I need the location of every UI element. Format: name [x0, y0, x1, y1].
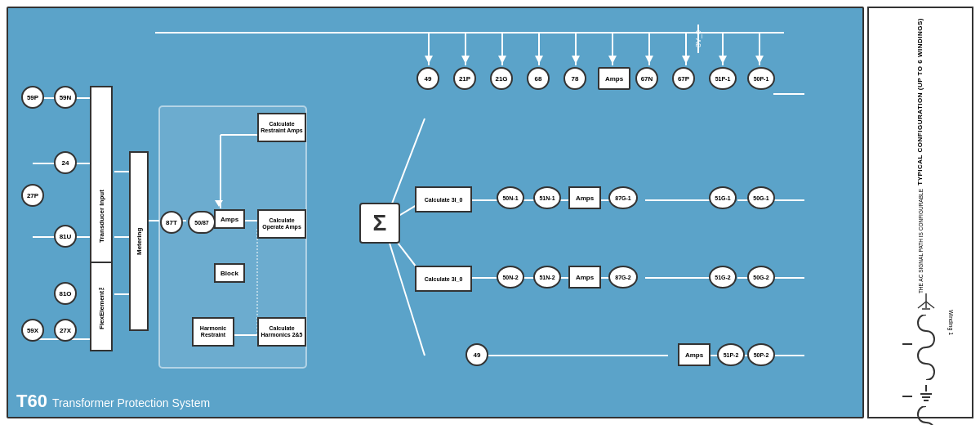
node-78: 78 [564, 67, 586, 90]
amps-row3-box: Amps [568, 266, 601, 289]
svg-marker-21 [755, 56, 764, 64]
calc-3i0-row2: Calculate 3I_0 [415, 186, 472, 212]
metering-label: Metering [136, 227, 143, 254]
svg-marker-19 [682, 56, 690, 64]
right-panel-subtitle: THE AC SIGNAL PATH IS CONFIGURABLE [918, 189, 924, 293]
transformer-diagram: Winding 1 Winding 2 [902, 293, 938, 425]
w1-bot-line [902, 396, 912, 397]
svg-marker-20 [719, 56, 727, 64]
winding2-coils [916, 406, 936, 425]
node-81u: 81U [54, 225, 77, 248]
node-50g1: 50G-1 [747, 186, 775, 209]
node-87g1: 87G-1 [608, 186, 638, 209]
node-51p1: 51P-1 [709, 67, 737, 90]
node-51g1: 51G-1 [709, 186, 737, 209]
3v0-label: 3V_0 [694, 30, 702, 47]
wye-top-svg [914, 293, 938, 310]
main-container: T60 Transformer Protection System [0, 0, 980, 425]
title-bar: T60 Transformer Protection System [16, 391, 210, 412]
right-panel-title: TYPICAL CONFIGURATION (UP TO 6 WINDINGS) [915, 18, 924, 186]
coil1-svg [916, 315, 936, 380]
svg-marker-16 [572, 56, 580, 64]
winding1-label: Winding 1 [948, 310, 954, 335]
node-27p: 27P [21, 184, 44, 207]
left-connections [902, 329, 912, 425]
node-50n2: 50N-2 [497, 266, 524, 289]
node-27x: 27X [54, 319, 77, 342]
flexelement-box: FlexElement™ [90, 262, 113, 351]
calc-operate-box: Calculate Operate Amps [257, 209, 306, 239]
node-21p: 21P [453, 67, 476, 90]
node-24: 24 [54, 151, 77, 174]
coil-area: Winding 1 Winding 2 [914, 293, 938, 425]
amps-top-box: Amps [598, 67, 630, 90]
harmonic-restraint-box: Harmonic Restraint [192, 317, 234, 347]
node-top-49: 49 [416, 67, 439, 90]
node-87t: 87T [160, 211, 183, 234]
node-50p2: 50P-2 [747, 343, 775, 366]
svg-line-69 [918, 302, 926, 308]
amps-row4-box: Amps [678, 343, 710, 366]
svg-line-70 [926, 302, 934, 308]
winding1-coils [916, 315, 936, 380]
block-box: Block [214, 263, 245, 283]
svg-marker-12 [425, 56, 433, 64]
amps-row2-box: Amps [568, 186, 601, 209]
svg-marker-13 [461, 56, 470, 64]
sigma-box: Σ [359, 203, 400, 244]
node-87g2: 87G-2 [608, 266, 638, 289]
calc-3i0-row3: Calculate 3I_0 [415, 266, 472, 292]
node-51p2: 51P-2 [717, 343, 745, 366]
amps-inner-box: Amps [214, 209, 245, 229]
node-59n: 59N [54, 86, 77, 109]
node-51n2: 51N-2 [533, 266, 561, 289]
node-59x: 59X [21, 319, 44, 342]
node-59p: 59P [21, 86, 44, 109]
svg-marker-14 [498, 56, 506, 64]
svg-marker-15 [535, 56, 543, 64]
node-67p: 67P [672, 67, 695, 90]
node-51n1: 51N-1 [533, 186, 561, 209]
node-50g2: 50G-2 [747, 266, 775, 289]
w1-top-line [902, 343, 912, 345]
node-68: 68 [527, 67, 550, 90]
svg-marker-17 [608, 56, 617, 64]
middle-ground [920, 385, 932, 401]
metering-box: Metering [129, 151, 149, 331]
calc-harmonics-box: Calculate Harmonics 2&5 [257, 317, 306, 347]
node-bot-49: 49 [466, 343, 488, 366]
svg-marker-18 [645, 56, 653, 64]
node-21g: 21G [490, 67, 513, 90]
model-label: T60 [16, 391, 47, 412]
description-label: Transformer Protection System [52, 396, 210, 409]
svg-marker-40 [215, 200, 223, 207]
transducer-label: Transducer Input [98, 190, 105, 244]
calc-restraint-box: Calculate Restraint Amps [257, 113, 306, 142]
coil2-svg [916, 406, 936, 425]
right-panel: TYPICAL CONFIGURATION (UP TO 6 WINDINGS)… [867, 7, 973, 418]
node-50-87: 50/87 [188, 211, 216, 234]
diagram-area: T60 Transformer Protection System [7, 7, 864, 418]
node-50p1: 50P-1 [747, 67, 775, 90]
flexelement-label: FlexElement™ [98, 284, 105, 329]
node-81o: 81O [54, 282, 77, 305]
node-67n: 67N [635, 67, 658, 90]
node-51g2: 51G-2 [709, 266, 737, 289]
node-50n1: 50N-1 [497, 186, 524, 209]
